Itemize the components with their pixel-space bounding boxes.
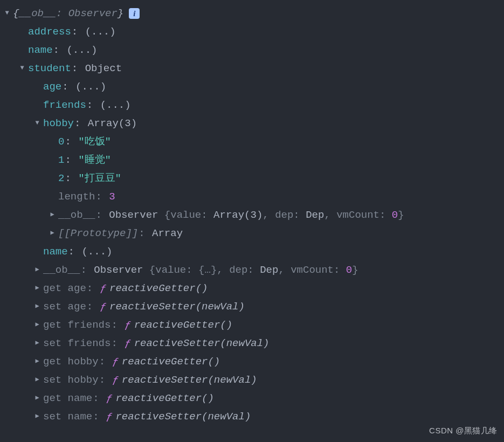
tree-row[interactable]: name: (...) — [0, 41, 504, 59]
tree-row-accessor[interactable]: get friends: ƒreactiveGetter() — [0, 316, 504, 334]
tree-row[interactable]: friends: (...) — [0, 96, 504, 114]
prop-value: (...) — [81, 243, 112, 261]
prop-value: 3 — [109, 188, 115, 206]
function-icon: ƒ — [125, 316, 130, 334]
prop-value: Array(3) — [88, 114, 137, 133]
tree-row-root[interactable]: {__ob__: Observer} i — [0, 4, 504, 23]
prop-value: Array — [152, 224, 183, 243]
function-name: reactiveGetter() — [122, 353, 220, 371]
array-value: "打豆豆" — [78, 169, 121, 188]
prop-key: friends — [43, 96, 86, 114]
prop-key: student — [28, 59, 71, 78]
expand-toggle-icon[interactable] — [3, 8, 11, 19]
tree-row[interactable]: [[Prototype]]: Array — [0, 224, 504, 243]
brace-close: } — [118, 8, 123, 19]
watermark: CSDN @黑猫几绛 — [429, 423, 498, 438]
tree-row-accessor[interactable]: set friends: ƒreactiveSetter(newVal) — [0, 334, 504, 353]
prop-key: __ob__ — [43, 261, 80, 279]
expand-toggle-icon[interactable] — [49, 209, 56, 221]
function-name: reactiveSetter(newVal) — [115, 408, 251, 426]
object-tree: {__ob__: Observer} i address: (...) name… — [0, 4, 504, 426]
function-icon: ƒ — [112, 371, 118, 389]
function-name: reactiveGetter() — [109, 279, 208, 298]
tree-row[interactable]: __ob__: Observer {value: {…}, dep: Dep, … — [0, 261, 504, 279]
tree-row[interactable]: 0: "吃饭" — [0, 133, 504, 151]
expand-toggle-icon[interactable] — [33, 411, 41, 423]
prop-key: name — [28, 41, 53, 59]
tree-row[interactable]: length: 3 — [0, 188, 504, 206]
function-name: reactiveSetter(newVal) — [134, 334, 270, 353]
tree-row[interactable]: 2: "打豆豆" — [0, 169, 504, 188]
observer-preview: Observer {value: Array(3), dep: Dep, vmC… — [109, 206, 404, 224]
brace-open: { — [13, 8, 19, 19]
array-index: 1 — [58, 151, 64, 169]
tree-row-accessor[interactable]: set name: ƒreactiveSetter(newVal) — [0, 408, 504, 426]
prop-value: (...) — [75, 78, 106, 96]
expand-toggle-icon[interactable] — [33, 282, 41, 294]
expand-toggle-icon[interactable] — [33, 337, 41, 349]
prop-key: name — [43, 243, 68, 261]
info-icon[interactable]: i — [129, 8, 140, 19]
prop-key: age — [43, 78, 61, 96]
tree-row-student[interactable]: student: Object — [0, 59, 504, 78]
expand-toggle-icon[interactable] — [33, 392, 41, 404]
function-icon: ƒ — [100, 279, 106, 298]
function-name: reactiveSetter(newVal) — [109, 298, 245, 316]
tree-row-accessor[interactable]: get hobby: ƒreactiveGetter() — [0, 353, 504, 371]
expand-toggle-icon[interactable] — [49, 227, 56, 239]
tree-row-accessor[interactable]: get name: ƒreactiveGetter() — [0, 389, 504, 408]
function-name: reactiveSetter(newVal) — [122, 371, 257, 389]
root-ob-val: Observer — [68, 8, 118, 19]
function-icon: ƒ — [112, 353, 118, 371]
array-index: 0 — [58, 133, 64, 151]
function-icon: ƒ — [106, 408, 112, 426]
prop-key: [[Prototype]] — [58, 224, 138, 243]
observer-preview: Observer {value: {…}, dep: Dep, vmCount:… — [94, 261, 358, 279]
expand-toggle-icon[interactable] — [33, 264, 41, 276]
expand-toggle-icon[interactable] — [33, 118, 41, 129]
function-name: reactiveGetter() — [115, 389, 213, 408]
prop-key: address — [28, 23, 71, 41]
array-value: "吃饭" — [78, 133, 111, 151]
prop-key: length — [58, 188, 95, 206]
expand-toggle-icon[interactable] — [33, 374, 41, 386]
prop-value: (...) — [66, 41, 97, 59]
array-index: 2 — [58, 169, 64, 188]
function-name: reactiveGetter() — [134, 316, 232, 334]
expand-toggle-icon[interactable] — [33, 356, 41, 368]
prop-value: Object — [85, 59, 122, 78]
prop-value — [79, 23, 85, 41]
function-icon: ƒ — [125, 334, 130, 353]
tree-row[interactable]: __ob__: Observer {value: Array(3), dep: … — [0, 206, 504, 224]
tree-row[interactable]: age: (...) — [0, 78, 504, 96]
expand-toggle-icon[interactable] — [18, 63, 26, 74]
function-icon: ƒ — [106, 389, 112, 408]
root-ob-key: __ob__ — [19, 8, 56, 19]
tree-row[interactable]: 1: "睡觉" — [0, 151, 504, 169]
expand-toggle-icon[interactable] — [33, 319, 41, 331]
prop-value: (...) — [100, 96, 131, 114]
tree-row-accessor[interactable]: set hobby: ƒreactiveSetter(newVal) — [0, 371, 504, 389]
prop-key: __ob__ — [58, 206, 95, 224]
tree-row-accessor[interactable]: set age: ƒreactiveSetter(newVal) — [0, 298, 504, 316]
expand-toggle-icon[interactable] — [33, 301, 41, 313]
function-icon: ƒ — [100, 298, 106, 316]
tree-row-accessor[interactable]: get age: ƒreactiveGetter() — [0, 279, 504, 298]
prop-key: hobby — [43, 114, 74, 133]
tree-row[interactable]: name: (...) — [0, 243, 504, 261]
tree-row-hobby[interactable]: hobby: Array(3) — [0, 114, 504, 133]
array-value: "睡觉" — [78, 151, 111, 169]
tree-row[interactable]: address: (...) — [0, 23, 504, 41]
